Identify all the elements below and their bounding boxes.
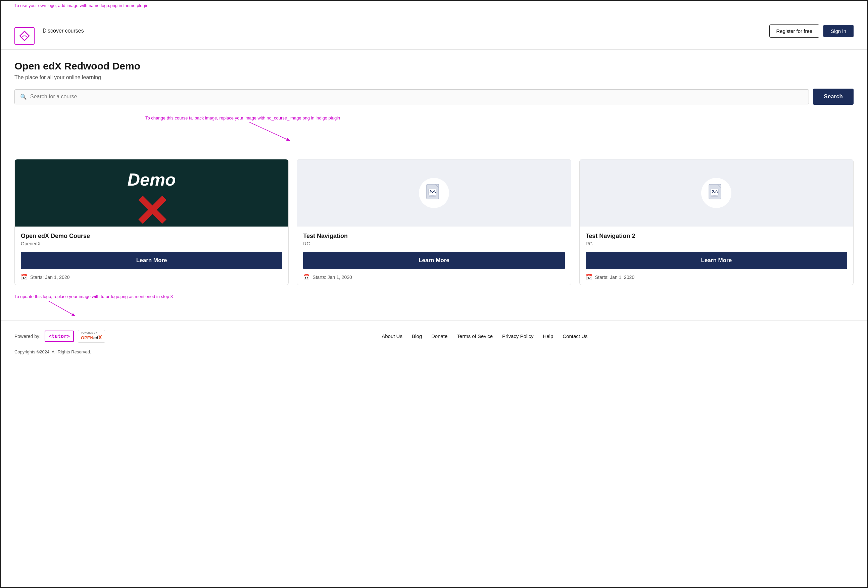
course-image-demo: Demo ✕ bbox=[15, 160, 288, 226]
svg-line-11 bbox=[48, 301, 75, 316]
logo-area: <> bbox=[15, 27, 35, 44]
search-input[interactable] bbox=[30, 94, 803, 100]
placeholder-icon-2 bbox=[419, 178, 449, 208]
placeholder-icon-3 bbox=[701, 178, 731, 208]
course-org-1: OpenedX bbox=[21, 241, 282, 246]
footer-content: Powered by: <tutor> POWERED BY OPEN edX … bbox=[15, 330, 853, 343]
calendar-icon-3: 📅 bbox=[586, 274, 592, 280]
course-title-3: Test Navigation 2 bbox=[586, 233, 847, 239]
footer-blog-link[interactable]: Blog bbox=[412, 333, 422, 339]
course-title-2: Test Navigation bbox=[303, 233, 565, 239]
footer-logo-area: Powered by: <tutor> POWERED BY OPEN edX bbox=[15, 330, 105, 343]
footer-about-link[interactable]: About Us bbox=[382, 333, 403, 339]
course-card-2: Test Navigation RG Learn More 📅 Starts: … bbox=[297, 159, 571, 285]
footer-terms-link[interactable]: Terms of Sevice bbox=[457, 333, 493, 339]
search-icon: 🔍 bbox=[20, 94, 27, 100]
svg-point-6 bbox=[429, 195, 435, 197]
footer-copyright: Copyrights ©2024. All Rights Reserved. bbox=[15, 349, 853, 355]
hero-section: Open edX Redwood Demo The place for all … bbox=[1, 50, 867, 89]
calendar-icon-1: 📅 bbox=[21, 274, 28, 280]
footer-donate-link[interactable]: Donate bbox=[431, 333, 447, 339]
course-org-2: RG bbox=[303, 241, 565, 246]
hero-subtitle: The place for all your online learning bbox=[15, 74, 853, 81]
footer: Powered by: <tutor> POWERED BY OPEN edX … bbox=[1, 320, 867, 361]
learn-more-button-2[interactable]: Learn More bbox=[303, 252, 565, 269]
course-annotation-area: To change this course fallback image, re… bbox=[15, 115, 853, 139]
demo-text: Demo bbox=[127, 170, 176, 190]
footer-nav: About Us Blog Donate Terms of Sevice Pri… bbox=[116, 333, 853, 339]
footer-privacy-link[interactable]: Privacy Policy bbox=[502, 333, 533, 339]
course-annotation-arrow bbox=[249, 122, 303, 142]
svg-point-5 bbox=[430, 190, 431, 191]
course-footer-3: 📅 Starts: Jan 1, 2020 bbox=[580, 269, 853, 285]
powered-by-text: Powered by: bbox=[15, 334, 41, 339]
openedx-logo: POWERED BY OPEN edX bbox=[78, 330, 105, 343]
signin-button[interactable]: Sign in bbox=[823, 25, 853, 37]
footer-help-link[interactable]: Help bbox=[543, 333, 553, 339]
course-start-date-3: Starts: Jan 1, 2020 bbox=[595, 275, 635, 280]
search-bar: 🔍 Search bbox=[15, 89, 853, 105]
footer-annotation-arrow bbox=[48, 301, 88, 318]
svg-line-2 bbox=[249, 122, 290, 140]
footer-annotation-text: To update this logo, replace your image … bbox=[15, 294, 173, 299]
course-body-3: Test Navigation 2 RG Learn More bbox=[580, 226, 853, 269]
footer-annotation-area: To update this logo, replace your image … bbox=[1, 285, 867, 318]
svg-text:<>: <> bbox=[22, 34, 27, 38]
course-body-2: Test Navigation RG Learn More bbox=[297, 226, 571, 269]
course-body-1: Open edX Demo Course OpenedX Learn More bbox=[15, 226, 288, 269]
demo-x: ✕ bbox=[133, 190, 170, 226]
learn-more-button-3[interactable]: Learn More bbox=[586, 252, 847, 269]
search-section: 🔍 Search bbox=[1, 89, 867, 115]
course-card-3: Test Navigation 2 RG Learn More 📅 Starts… bbox=[579, 159, 853, 285]
search-input-wrapper[interactable]: 🔍 bbox=[15, 89, 809, 104]
logo-box: <> bbox=[15, 27, 35, 44]
calendar-icon-2: 📅 bbox=[303, 274, 310, 280]
tutor-logo: <tutor> bbox=[45, 331, 74, 342]
course-footer-2: 📅 Starts: Jan 1, 2020 bbox=[297, 269, 571, 285]
logo-diamond-icon: <> bbox=[19, 31, 30, 41]
course-annotation-text: To change this course fallback image, re… bbox=[145, 115, 340, 121]
svg-point-9 bbox=[712, 190, 714, 191]
footer-contact-link[interactable]: Contact Us bbox=[562, 333, 588, 339]
courses-grid: Demo ✕ Open edX Demo Course OpenedX Lear… bbox=[1, 159, 867, 285]
course-image-placeholder-3 bbox=[580, 160, 853, 226]
course-start-date-2: Starts: Jan 1, 2020 bbox=[313, 275, 352, 280]
course-card-1: Demo ✕ Open edX Demo Course OpenedX Lear… bbox=[15, 159, 289, 285]
course-footer-1: 📅 Starts: Jan 1, 2020 bbox=[15, 269, 288, 285]
discover-courses-link[interactable]: Discover courses bbox=[43, 28, 84, 34]
learn-more-button-1[interactable]: Learn More bbox=[21, 252, 282, 269]
search-button[interactable]: Search bbox=[813, 89, 853, 105]
course-image-placeholder-2 bbox=[297, 160, 571, 226]
hero-title: Open edX Redwood Demo bbox=[15, 61, 853, 72]
course-title-1: Open edX Demo Course bbox=[21, 233, 282, 239]
header-actions: Register for free Sign in bbox=[769, 25, 853, 38]
course-start-date-1: Starts: Jan 1, 2020 bbox=[30, 275, 70, 280]
svg-point-10 bbox=[711, 195, 718, 197]
register-button[interactable]: Register for free bbox=[769, 25, 820, 38]
course-org-3: RG bbox=[586, 241, 847, 246]
